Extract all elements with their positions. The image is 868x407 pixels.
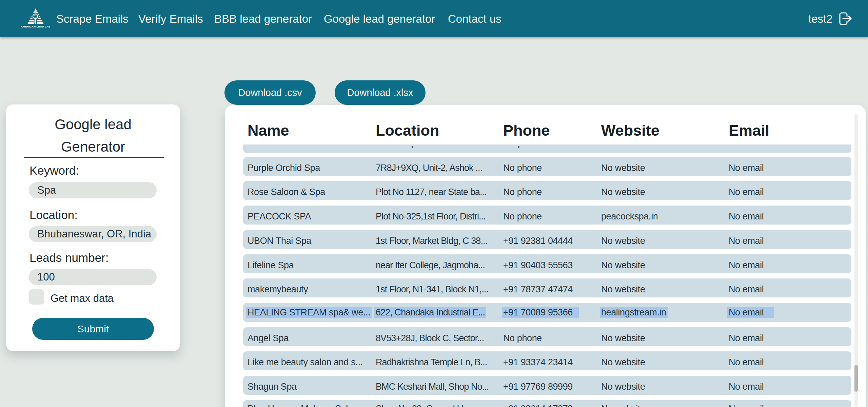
svg-text:AMERICAN LEAD LAB: AMERICAN LEAD LAB — [21, 25, 51, 28]
